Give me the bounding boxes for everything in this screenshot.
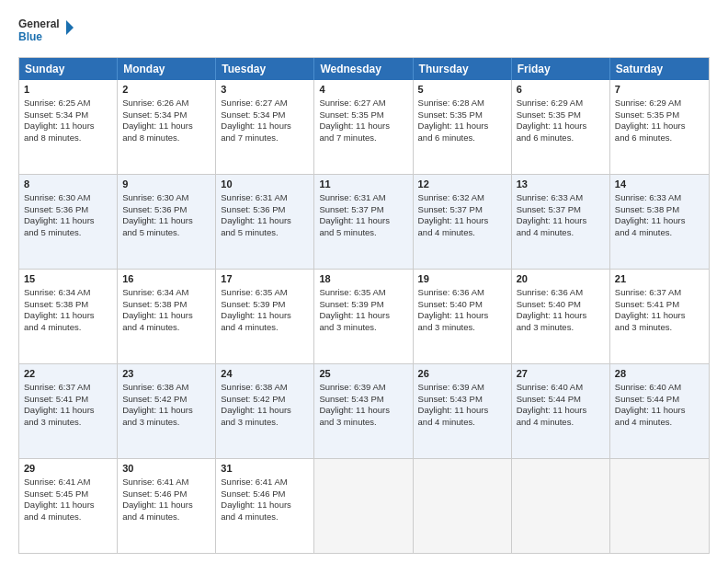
day-29: 29Sunrise: 6:41 AMSunset: 5:45 PMDayligh… (19, 459, 118, 553)
calendar: SundayMondayTuesdayWednesdayThursdayFrid… (18, 57, 710, 554)
cell-line: and 4 minutes. (517, 227, 605, 239)
cell-line: Sunrise: 6:25 AM (24, 98, 112, 109)
cell-line: Sunrise: 6:29 AM (615, 98, 704, 109)
cell-line: Sunset: 5:35 PM (319, 109, 407, 121)
day-number-31: 31 (221, 462, 309, 476)
cell-line: Sunset: 5:35 PM (615, 109, 704, 121)
svg-text:Blue: Blue (18, 30, 42, 43)
cell-line: and 4 minutes. (418, 227, 506, 239)
cell-line: Sunrise: 6:30 AM (122, 192, 210, 204)
cell-line: Daylight: 11 hours (517, 310, 605, 322)
cell-line: Sunrise: 6:40 AM (517, 382, 605, 394)
cell-line: Sunset: 5:38 PM (24, 299, 112, 311)
day-24: 24Sunrise: 6:38 AMSunset: 5:42 PMDayligh… (216, 364, 314, 458)
day-10: 10Sunrise: 6:31 AMSunset: 5:36 PMDayligh… (216, 175, 314, 269)
cell-line: and 5 minutes. (319, 227, 407, 239)
cell-line: Sunset: 5:36 PM (24, 204, 112, 216)
cell-line: and 3 minutes. (24, 417, 112, 429)
cal-row-2: 15Sunrise: 6:34 AMSunset: 5:38 PMDayligh… (19, 270, 709, 364)
cell-line: Sunrise: 6:37 AM (24, 382, 112, 394)
cell-line: Sunrise: 6:38 AM (221, 382, 309, 394)
cell-line: Sunrise: 6:33 AM (615, 192, 704, 204)
cell-line: Sunset: 5:40 PM (517, 299, 605, 311)
cell-line: Daylight: 11 hours (221, 121, 309, 132)
header-cell-monday: Monday (118, 58, 216, 80)
empty-cell-4-5 (512, 459, 610, 553)
cell-line: Sunrise: 6:41 AM (221, 477, 309, 488)
cell-line: Sunset: 5:36 PM (221, 204, 309, 216)
cell-line: and 6 minutes. (418, 132, 506, 144)
day-number-8: 8 (24, 178, 112, 191)
day-number-23: 23 (122, 367, 210, 381)
day-number-16: 16 (122, 272, 210, 286)
cell-line: Daylight: 11 hours (418, 310, 506, 322)
header-cell-thursday: Thursday (414, 58, 512, 80)
day-14: 14Sunrise: 6:33 AMSunset: 5:38 PMDayligh… (610, 175, 709, 269)
cell-line: Sunrise: 6:30 AM (24, 192, 112, 204)
empty-cell-4-6 (610, 459, 709, 553)
day-17: 17Sunrise: 6:35 AMSunset: 5:39 PMDayligh… (216, 270, 314, 363)
cell-line: Daylight: 11 hours (24, 310, 112, 322)
day-number-25: 25 (319, 367, 407, 381)
cell-line: Daylight: 11 hours (319, 310, 407, 322)
day-number-7: 7 (615, 83, 704, 97)
cell-line: Sunset: 5:37 PM (517, 204, 605, 216)
cell-line: and 4 minutes. (517, 417, 605, 429)
day-number-19: 19 (418, 272, 506, 286)
day-16: 16Sunrise: 6:34 AMSunset: 5:38 PMDayligh… (118, 270, 216, 363)
day-number-14: 14 (615, 178, 704, 191)
empty-cell-4-4 (414, 459, 512, 553)
day-number-5: 5 (418, 83, 506, 97)
cell-line: Sunset: 5:46 PM (221, 488, 309, 500)
cell-line: and 4 minutes. (122, 511, 210, 523)
cell-line: Sunrise: 6:41 AM (122, 477, 210, 488)
day-30: 30Sunrise: 6:41 AMSunset: 5:46 PMDayligh… (118, 459, 216, 553)
cell-line: and 8 minutes. (122, 132, 210, 144)
header-cell-tuesday: Tuesday (216, 58, 314, 80)
cal-row-0: 1Sunrise: 6:25 AMSunset: 5:34 PMDaylight… (19, 80, 709, 175)
cell-line: Sunset: 5:34 PM (122, 109, 210, 121)
day-18: 18Sunrise: 6:35 AMSunset: 5:39 PMDayligh… (314, 270, 413, 363)
day-20: 20Sunrise: 6:36 AMSunset: 5:40 PMDayligh… (512, 270, 610, 363)
day-27: 27Sunrise: 6:40 AMSunset: 5:44 PMDayligh… (512, 364, 610, 458)
cell-line: Sunrise: 6:34 AM (122, 287, 210, 299)
cell-line: Sunset: 5:34 PM (221, 109, 309, 121)
day-13: 13Sunrise: 6:33 AMSunset: 5:37 PMDayligh… (512, 175, 610, 269)
cell-line: Sunset: 5:41 PM (24, 394, 112, 406)
cell-line: Sunset: 5:44 PM (517, 394, 605, 406)
cell-line: Daylight: 11 hours (319, 405, 407, 417)
day-number-1: 1 (24, 83, 112, 97)
cell-line: and 6 minutes. (517, 132, 605, 144)
day-number-9: 9 (122, 178, 210, 191)
cell-line: Sunset: 5:44 PM (615, 394, 704, 406)
cell-line: Sunset: 5:37 PM (418, 204, 506, 216)
cell-line: Sunset: 5:38 PM (615, 204, 704, 216)
cell-line: Daylight: 11 hours (517, 215, 605, 227)
day-number-12: 12 (418, 178, 506, 191)
day-26: 26Sunrise: 6:39 AMSunset: 5:43 PMDayligh… (414, 364, 512, 458)
svg-text:General: General (18, 17, 60, 30)
day-number-26: 26 (418, 367, 506, 381)
cell-line: Daylight: 11 hours (319, 121, 407, 132)
calendar-header-row: SundayMondayTuesdayWednesdayThursdayFrid… (19, 58, 709, 80)
cell-line: Daylight: 11 hours (615, 405, 704, 417)
cell-line: and 4 minutes. (24, 322, 112, 334)
cell-line: Sunset: 5:34 PM (24, 109, 112, 121)
cell-line: Sunset: 5:43 PM (319, 394, 407, 406)
cell-line: and 3 minutes. (418, 322, 506, 334)
day-number-29: 29 (24, 462, 112, 476)
cell-line: Sunset: 5:43 PM (418, 394, 506, 406)
cell-line: Daylight: 11 hours (418, 215, 506, 227)
logo: General Blue (18, 15, 74, 48)
cell-line: and 5 minutes. (122, 227, 210, 239)
cell-line: Daylight: 11 hours (24, 215, 112, 227)
cell-line: and 3 minutes. (615, 322, 704, 334)
cell-line: and 3 minutes. (221, 417, 309, 429)
cell-line: Sunrise: 6:34 AM (24, 287, 112, 299)
day-21: 21Sunrise: 6:37 AMSunset: 5:41 PMDayligh… (610, 270, 709, 363)
day-15: 15Sunrise: 6:34 AMSunset: 5:38 PMDayligh… (19, 270, 118, 363)
cell-line: and 4 minutes. (221, 511, 309, 523)
day-number-27: 27 (517, 367, 605, 381)
cell-line: Daylight: 11 hours (122, 215, 210, 227)
svg-marker-2 (66, 20, 74, 35)
